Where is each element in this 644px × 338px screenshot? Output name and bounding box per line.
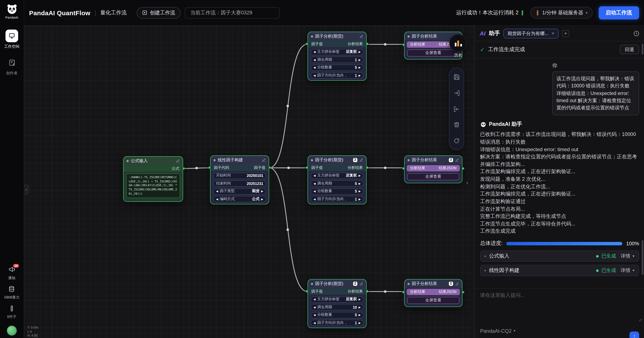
- collapse-right-panel-handle[interactable]: ›: [466, 179, 468, 186]
- arrow-left-icon[interactable]: ◀: [314, 313, 316, 317]
- notifications-button[interactable]: 10 通知: [8, 266, 16, 281]
- arrow-left-icon[interactable]: ◀: [314, 305, 316, 309]
- node-field[interactable]: ◀主力拼合标签后复权▶: [310, 172, 364, 179]
- conversation-tab[interactable]: 期货因子分为有哪... ×: [503, 29, 558, 38]
- compute-power-button[interactable]: 5906算力: [4, 286, 20, 300]
- arrow-left-icon[interactable]: ◀: [314, 66, 316, 69]
- node-header[interactable]: 公式输入: [124, 157, 183, 165]
- arrow-left-icon[interactable]: ◀: [314, 174, 316, 177]
- fullscreen-view-button[interactable]: 全屏查看: [407, 173, 460, 180]
- node-field[interactable]: 结束时间20251231: [213, 180, 266, 187]
- start-workflow-button[interactable]: 启动工作流: [598, 6, 639, 19]
- node-field[interactable]: ◀调仓周期10▶: [310, 304, 364, 310]
- node-result-2[interactable]: 因子分析结果3分析结果结果JSON全屏查看: [404, 155, 462, 183]
- arrow-left-icon[interactable]: ◀: [216, 190, 218, 193]
- model-selector[interactable]: PandaAI-CQ2 ▾: [480, 328, 515, 334]
- details-toggle[interactable]: 详情▼: [620, 253, 635, 259]
- new-conversation-button[interactable]: +: [562, 30, 569, 37]
- create-workflow-button[interactable]: 创建工作流: [137, 7, 180, 18]
- node-header[interactable]: 因子分析(期货)2: [308, 279, 366, 288]
- arrow-left-icon[interactable]: ◀: [314, 58, 316, 62]
- input-port[interactable]: [402, 43, 405, 46]
- input-port[interactable]: [402, 290, 405, 293]
- current-workflow-field[interactable]: 当前工作流：因子大赛0329: [185, 7, 280, 18]
- node-analysis-2[interactable]: 因子分析(期货)3因子值分析结果◀主力拼合标签后复权▶◀调仓周期5▶◀分组数量5…: [308, 155, 366, 204]
- arrow-right-icon[interactable]: ▶: [358, 305, 361, 309]
- save-icon[interactable]: [453, 74, 460, 80]
- arrow-right-icon[interactable]: ▶: [358, 197, 361, 201]
- collapse-left-panel-handle[interactable]: ›: [24, 185, 29, 195]
- scrollbar-thumb[interactable]: [642, 44, 643, 55]
- output-port[interactable]: [182, 167, 185, 170]
- scrollbar-thumb[interactable]: [642, 240, 643, 275]
- arrow-right-icon[interactable]: ▶: [358, 50, 361, 54]
- arrow-right-icon[interactable]: ▶: [358, 190, 361, 193]
- user-avatar[interactable]: [7, 325, 17, 336]
- edit-icon[interactable]: [360, 158, 363, 162]
- arrow-right-icon[interactable]: ▶: [261, 197, 263, 201]
- bamboo-credits-button[interactable]: 0竹子: [7, 305, 16, 320]
- arrow-left-icon[interactable]: ◀: [314, 74, 316, 77]
- chat-input-area[interactable]: [475, 288, 644, 323]
- arrow-left-icon[interactable]: ◀: [216, 197, 218, 201]
- import-icon[interactable]: [453, 106, 460, 112]
- output-port[interactable]: [268, 166, 271, 169]
- rollback-button[interactable]: 回退: [620, 45, 639, 54]
- output-port[interactable]: [462, 290, 464, 293]
- node-field[interactable]: ◀编码方式公式▶: [213, 196, 266, 202]
- fullscreen-view-button[interactable]: 全屏查看: [407, 297, 460, 304]
- edit-icon[interactable]: [176, 159, 180, 163]
- history-clock-icon[interactable]: [633, 30, 640, 37]
- node-field[interactable]: ◀因子类型期货▶: [213, 188, 266, 194]
- node-field[interactable]: ◀分组数量5▶: [310, 64, 364, 71]
- node-field[interactable]: ◀分组数量5▶: [310, 188, 364, 194]
- output-port[interactable]: [366, 166, 369, 169]
- edit-icon[interactable]: [360, 35, 363, 38]
- node-analysis-1[interactable]: 因子分析(期货)因子值分析结果◀主力拼合标签后复权▶◀调仓周期1▶◀分组数量5▶…: [308, 32, 366, 81]
- export-icon[interactable]: [453, 90, 460, 96]
- node-header[interactable]: 线性因子构建: [210, 156, 269, 164]
- node-field[interactable]: ◀因子方向(0:负向，1▶: [310, 72, 364, 79]
- node-field[interactable]: 开始时间20250101: [213, 172, 266, 179]
- trash-icon[interactable]: [453, 122, 460, 128]
- history-button[interactable]: 历史: [449, 34, 467, 58]
- output-port[interactable]: [462, 167, 464, 170]
- input-port[interactable]: [306, 290, 308, 293]
- server-selector[interactable]: 1/分钟 基础服务器 ▾: [530, 7, 592, 19]
- arrow-right-icon[interactable]: ▶: [261, 190, 263, 193]
- input-port[interactable]: [306, 166, 308, 169]
- edit-icon[interactable]: [262, 158, 266, 162]
- node-formula[interactable]: 公式输入公式-(RANK((-TS_ZSCORE(RETURNS(CLOSE,1…: [123, 156, 183, 202]
- input-port[interactable]: [306, 43, 308, 45]
- node-result-3[interactable]: 因子分析结果2分析结果结果JSON全屏查看: [404, 279, 462, 307]
- edit-icon[interactable]: [455, 282, 459, 286]
- output-port[interactable]: [366, 43, 369, 45]
- details-toggle[interactable]: 详情▼: [620, 267, 635, 274]
- arrow-right-icon[interactable]: ▶: [358, 174, 361, 177]
- arrow-right-icon[interactable]: ▶: [358, 313, 361, 317]
- arrow-left-icon[interactable]: ◀: [314, 197, 316, 201]
- arrow-left-icon[interactable]: ◀: [314, 321, 316, 324]
- node-header[interactable]: 因子分析结果2: [404, 279, 462, 288]
- arrow-right-icon[interactable]: ▶: [358, 58, 361, 62]
- arrow-left-icon[interactable]: ◀: [314, 50, 316, 54]
- node-field[interactable]: ◀因子方向(0:负向，1▶: [310, 320, 364, 326]
- send-button[interactable]: ↑: [630, 331, 639, 338]
- formula-code[interactable]: -(RANK((-TS_ZSCORE(RETURNS(CLOSE,1),20))…: [126, 174, 180, 198]
- input-port[interactable]: [208, 166, 211, 169]
- node-field[interactable]: ◀主力拼合标签后复权▶: [310, 49, 364, 55]
- node-status-row[interactable]: •公式输入已生成详情▼: [480, 250, 639, 262]
- node-analysis-3[interactable]: 因子分析(期货)2因子值分析结果◀主力拼合标签后复权▶◀调仓周期10▶◀分组数量…: [308, 279, 366, 328]
- node-field[interactable]: ◀因子方向(0:负向，1▶: [310, 196, 364, 202]
- arrow-left-icon[interactable]: ◀: [314, 182, 316, 185]
- arrow-right-icon[interactable]: ▶: [358, 298, 361, 301]
- chat-scroll-area[interactable]: 你 该工作流出现问题，帮我解决：错误代码：10000 错误消息：执行失败 详细错…: [475, 58, 644, 288]
- node-linear[interactable]: 线性因子构建因子代码因子值开始时间20250101结束时间20251231◀因子…: [210, 155, 269, 204]
- arrow-right-icon[interactable]: ▶: [358, 182, 361, 185]
- arrow-left-icon[interactable]: ◀: [314, 190, 316, 193]
- close-icon[interactable]: ×: [552, 31, 554, 36]
- arrow-right-icon[interactable]: ▶: [358, 66, 361, 69]
- workflow-canvas[interactable]: 公式输入公式-(RANK((-TS_ZSCORE(RETURNS(CLOSE,1…: [24, 26, 474, 338]
- refresh-icon[interactable]: [453, 138, 460, 144]
- edit-icon[interactable]: [360, 282, 363, 286]
